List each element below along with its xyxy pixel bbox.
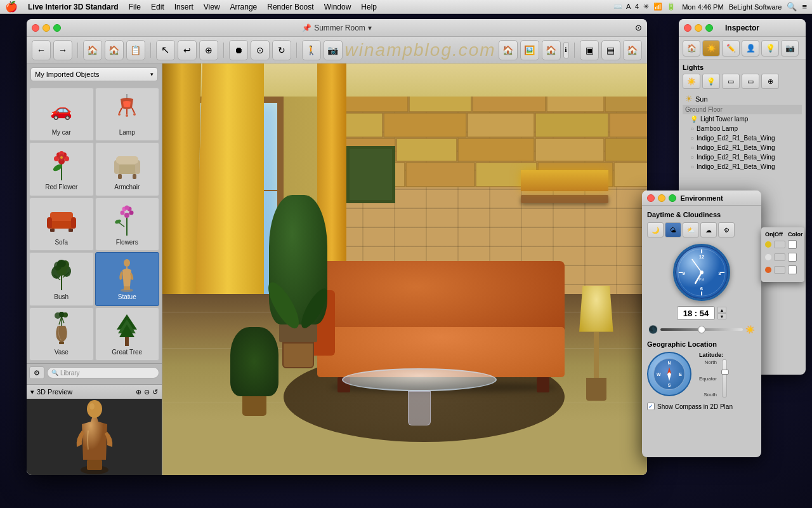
object-my-car[interactable]: 🚗 My car: [29, 88, 94, 141]
toggle-2[interactable]: [774, 253, 785, 261]
inspector-tab-camera[interactable]: 📷: [781, 40, 799, 57]
cursor-btn[interactable]: ↖: [156, 40, 175, 60]
view-btn-3[interactable]: 🏠: [542, 40, 561, 60]
menu-icon[interactable]: ≡: [802, 2, 807, 11]
color-swatch-1[interactable]: [788, 240, 797, 249]
3d-view-btn[interactable]: 🏠: [105, 40, 124, 60]
inspector-tab-lamp[interactable]: 💡: [761, 40, 779, 57]
circle-btn[interactable]: ⊙: [251, 40, 270, 60]
object-great-tree[interactable]: Great Tree: [95, 307, 160, 361]
menu-edit[interactable]: Edit: [151, 3, 164, 11]
menu-view[interactable]: View: [204, 3, 220, 11]
floor-plan-btn[interactable]: 🏠: [83, 40, 102, 60]
light-item-5[interactable]: ○ Indigo_Ed2_R1_Beta_Wing: [683, 152, 802, 162]
brightness-slider[interactable]: [660, 328, 743, 331]
env-btn-partly-cloudy[interactable]: 🌤: [665, 222, 681, 237]
menu-window[interactable]: Window: [324, 3, 351, 11]
camera-btn[interactable]: 📷: [324, 40, 343, 60]
time-input[interactable]: 18:54: [677, 306, 715, 320]
record-btn[interactable]: ⏺: [229, 40, 248, 60]
minimize-button[interactable]: [43, 24, 50, 32]
show-compass-checkbox[interactable]: ✓: [647, 403, 655, 410]
refresh-icon[interactable]: ↺: [152, 388, 158, 396]
object-bush[interactable]: Bush: [29, 252, 94, 305]
library-search[interactable]: 🔍 Library: [47, 367, 159, 378]
toggle-1[interactable]: [774, 241, 785, 248]
zoom-in-icon[interactable]: ⊕: [136, 388, 141, 396]
color-swatch-3[interactable]: [788, 265, 797, 274]
color-swatch-2[interactable]: [788, 253, 797, 262]
apple-menu[interactable]: 🍎: [5, 1, 18, 13]
zoom-out-icon[interactable]: ⊖: [144, 388, 150, 396]
env-btn-settings[interactable]: ⚙: [718, 222, 735, 237]
env-minimize-btn[interactable]: [658, 194, 665, 202]
inspector-tab-sun[interactable]: ☀️: [702, 40, 720, 57]
maximize-button[interactable]: [53, 24, 61, 32]
env-maximize-btn[interactable]: [669, 194, 676, 202]
inspector-minimize-btn[interactable]: [695, 24, 702, 32]
compass[interactable]: N S E W: [647, 352, 691, 396]
object-armchair[interactable]: Armchair: [95, 142, 160, 196]
sun-row[interactable]: ☀ Sun: [683, 93, 802, 105]
object-flowers[interactable]: Flowers: [95, 197, 160, 251]
view-btn-1[interactable]: 🏠: [499, 40, 518, 60]
env-close-btn[interactable]: [647, 194, 655, 202]
view-btn-2[interactable]: 🖼️: [520, 40, 539, 60]
inspector-maximize-btn[interactable]: [705, 24, 713, 32]
light-type-sun[interactable]: ☀️: [683, 74, 700, 89]
env-btn-overcast[interactable]: ☁: [700, 222, 717, 237]
object-category-dropdown[interactable]: My Imported Objects ▾: [30, 67, 158, 81]
walk-btn[interactable]: 🚶: [302, 40, 321, 60]
view-mode-3[interactable]: 🏠: [623, 40, 642, 60]
lat-slider-track[interactable]: [722, 359, 727, 398]
light-add[interactable]: ⊕: [761, 74, 779, 89]
env-btn-cloudy[interactable]: ⛅: [683, 222, 699, 237]
light-item-6[interactable]: ○ Indigo_Ed2_R1_Beta_Wing: [683, 162, 802, 171]
object-lamp[interactable]: Lamp: [95, 88, 160, 141]
info-btn[interactable]: ℹ: [563, 42, 569, 58]
time-input-row: 18:54 ▲ ▼: [647, 306, 756, 320]
light-item-3[interactable]: ○ Indigo_Ed2_R1_Beta_Wing: [683, 133, 802, 143]
inspector-tab-edit[interactable]: ✏️: [722, 40, 740, 57]
window-titlebar: 📌 Summer Room ▾ ⊙: [27, 19, 647, 37]
menu-render-boost[interactable]: Render Boost: [267, 3, 313, 11]
light-type-rect[interactable]: ▭: [722, 74, 740, 89]
inspector-close-btn[interactable]: [684, 24, 691, 32]
light-type-rect2[interactable]: ▭: [742, 74, 759, 89]
refresh-btn[interactable]: ↻: [272, 40, 291, 60]
lat-slider-thumb[interactable]: [721, 370, 729, 375]
env-btn-night[interactable]: 🌙: [647, 222, 664, 237]
light-item-4[interactable]: ○ Indigo_Ed2_R1_Beta_Wing: [683, 143, 802, 152]
object-sofa[interactable]: Sofa: [29, 197, 94, 251]
rotate-btn[interactable]: ↩: [178, 40, 197, 60]
list-view-btn[interactable]: 📋: [126, 40, 145, 60]
toggle-3[interactable]: [774, 266, 785, 274]
light-type-bulb[interactable]: 💡: [702, 74, 720, 89]
search-icon[interactable]: 🔍: [787, 2, 797, 11]
settings-icon[interactable]: ⚙: [29, 366, 44, 379]
brightness-thumb[interactable]: [698, 326, 705, 333]
forward-button[interactable]: →: [53, 40, 72, 60]
light-item-1[interactable]: 💡 Light Tower lamp: [683, 114, 802, 124]
clock-svg: 12 3 6 9 PM: [675, 245, 728, 300]
menu-help[interactable]: Help: [361, 3, 377, 11]
object-red-flower[interactable]: Red Flower: [29, 142, 94, 196]
menu-file[interactable]: File: [129, 3, 141, 11]
menu-arrange[interactable]: Arrange: [230, 3, 258, 11]
time-step-up[interactable]: ▲: [717, 307, 726, 313]
move-btn[interactable]: ⊕: [199, 40, 218, 60]
inspector-tab-person[interactable]: 👤: [742, 40, 759, 57]
inspector-tab-floor[interactable]: 🏠: [683, 40, 700, 57]
view-mode-1[interactable]: ▣: [580, 40, 599, 60]
time-step-down[interactable]: ▼: [717, 313, 726, 319]
back-button[interactable]: ←: [32, 40, 51, 60]
window-zoom-icon[interactable]: ⊙: [635, 23, 642, 32]
object-vase[interactable]: Vase: [29, 307, 94, 361]
view-mode-2[interactable]: ▤: [601, 40, 620, 60]
menu-insert[interactable]: Insert: [174, 3, 193, 11]
light-item-2[interactable]: ○ Bamboo Lamp: [683, 124, 802, 133]
preview-header[interactable]: ▾ 3D Preview ⊕ ⊖ ↺: [27, 385, 162, 399]
canvas-area[interactable]: [162, 64, 647, 475]
object-statue[interactable]: Statue: [95, 252, 160, 305]
close-button[interactable]: [32, 24, 39, 32]
